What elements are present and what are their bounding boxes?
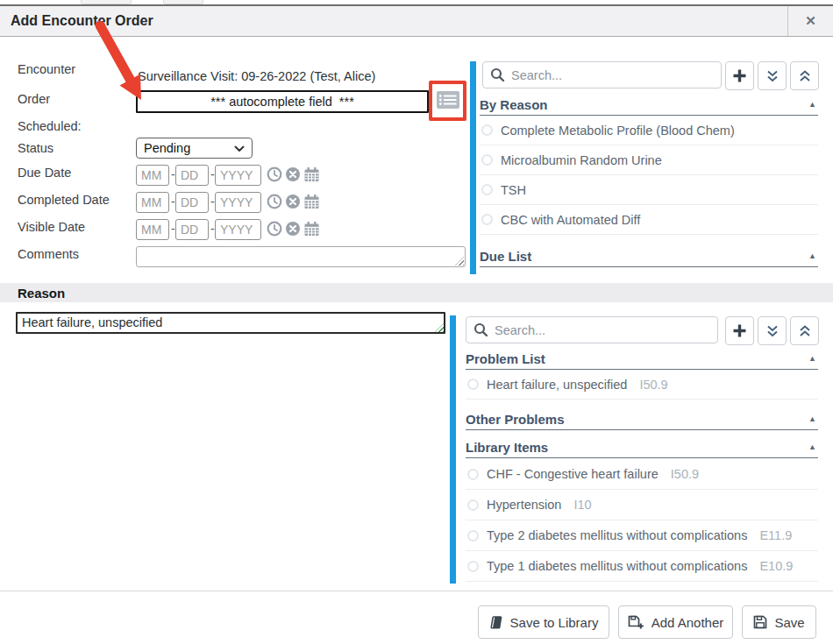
double-chevron-down-icon xyxy=(765,324,780,338)
expand-all-button[interactable] xyxy=(758,61,787,90)
scheduled-label: Scheduled: xyxy=(18,119,82,133)
radio-icon xyxy=(467,561,479,572)
completed-date-label: Completed Date xyxy=(18,193,110,207)
date-dash: - xyxy=(210,167,215,181)
collapse-triangle-icon: ▲ xyxy=(808,442,818,451)
date-dash: - xyxy=(210,222,215,236)
order-option[interactable]: Microalbumin Random Urine xyxy=(480,145,818,175)
section-title: Problem List xyxy=(466,351,545,366)
list-icon xyxy=(436,89,460,110)
double-chevron-up-icon xyxy=(798,324,812,338)
date-yyyy-input[interactable] xyxy=(215,219,261,240)
order-option[interactable]: TSH xyxy=(480,175,818,205)
reason-option[interactable]: Hypertension I10 xyxy=(466,490,818,520)
collapse-triangle-icon: ▲ xyxy=(808,251,818,260)
section-title: Other Problems xyxy=(466,412,565,427)
save-to-library-button[interactable]: Save to Library xyxy=(478,605,609,639)
double-chevron-down-icon xyxy=(765,69,780,83)
reason-option-label: Type 2 diabetes mellitus without complic… xyxy=(487,528,747,542)
radio-icon xyxy=(467,379,479,390)
library-items-list: CHF - Congestive heart failure I50.9 Hyp… xyxy=(466,459,818,582)
calendar-icon xyxy=(303,194,320,209)
date-mm-input[interactable] xyxy=(136,192,169,213)
reason-input[interactable]: Heart failure, unspecified xyxy=(16,312,445,334)
radio-icon xyxy=(467,469,479,480)
set-now-button[interactable] xyxy=(266,166,283,184)
comments-field-wrap xyxy=(136,246,466,267)
radio-icon xyxy=(467,499,479,511)
comments-label: Comments xyxy=(18,247,79,261)
expand-all-button[interactable] xyxy=(758,316,787,345)
due-list-header[interactable]: Due List ▲ xyxy=(480,245,818,267)
calendar-picker-button[interactable] xyxy=(303,166,320,184)
by-reason-header[interactable]: By Reason ▲ xyxy=(480,94,818,116)
clock-icon xyxy=(267,194,282,209)
reason-option[interactable]: Heart failure, unspecified I50.9 xyxy=(466,370,818,400)
save-button[interactable]: Save xyxy=(742,605,816,639)
reason-search-input[interactable] xyxy=(495,323,710,337)
set-now-button[interactable] xyxy=(266,194,283,211)
clock-icon xyxy=(267,221,282,237)
clear-date-button[interactable] xyxy=(284,166,302,184)
reason-search-box xyxy=(466,316,718,343)
set-now-button[interactable] xyxy=(266,221,283,238)
reason-option[interactable]: CHF - Congestive heart failure I50.9 xyxy=(466,459,818,490)
add-order-button[interactable] xyxy=(725,61,754,90)
date-yyyy-input[interactable] xyxy=(215,192,261,213)
date-dash: - xyxy=(210,195,215,209)
clear-date-button[interactable] xyxy=(284,194,302,211)
by-reason-list: Complete Metabolic Profile (Blood Chem) … xyxy=(480,116,818,235)
collapse-all-button[interactable] xyxy=(790,61,819,90)
status-select[interactable]: Pending xyxy=(136,138,253,159)
add-another-button[interactable]: Add Another xyxy=(618,605,733,639)
order-option-label: TSH xyxy=(501,183,526,197)
close-button[interactable]: ✕ xyxy=(787,6,833,36)
calendar-picker-button[interactable] xyxy=(303,221,320,238)
reason-option[interactable]: Type 2 diabetes mellitus without complic… xyxy=(466,520,818,551)
calendar-icon xyxy=(303,166,320,182)
radio-icon xyxy=(481,154,493,166)
search-icon xyxy=(490,67,505,82)
clear-date-button[interactable] xyxy=(284,221,302,238)
section-title: By Reason xyxy=(480,97,548,112)
reason-option[interactable]: Type 1 diabetes mellitus without complic… xyxy=(466,551,818,582)
calendar-picker-button[interactable] xyxy=(303,194,320,211)
order-autocomplete-input[interactable] xyxy=(136,90,429,113)
library-items-header[interactable]: Library Items ▲ xyxy=(466,436,818,458)
date-dash: - xyxy=(171,195,175,209)
add-reason-button[interactable] xyxy=(725,316,754,345)
order-option-label: CBC with Automated Diff xyxy=(501,213,640,227)
radio-icon xyxy=(481,214,493,225)
date-dd-input[interactable] xyxy=(175,192,209,213)
problem-list-header[interactable]: Problem List ▲ xyxy=(466,348,818,370)
status-value: Pending xyxy=(144,141,190,155)
floppy-icon xyxy=(753,615,767,629)
order-option[interactable]: CBC with Automated Diff xyxy=(480,205,818,235)
circle-x-icon xyxy=(285,166,301,182)
circle-x-icon xyxy=(285,194,301,209)
order-option-label: Microalbumin Random Urine xyxy=(501,153,662,167)
date-dd-input[interactable] xyxy=(175,219,209,240)
comments-input[interactable] xyxy=(136,246,466,267)
order-option[interactable]: Complete Metabolic Profile (Blood Chem) xyxy=(480,116,818,145)
panel-accent-bar xyxy=(450,315,456,584)
section-title: Due List xyxy=(480,249,531,264)
collapse-all-button[interactable] xyxy=(790,316,819,345)
date-dd-input[interactable] xyxy=(175,165,209,186)
clock-icon xyxy=(267,166,282,182)
order-search-box xyxy=(482,61,722,88)
date-mm-input[interactable] xyxy=(136,219,169,240)
icd-code: I10 xyxy=(573,498,591,512)
radio-icon xyxy=(481,184,493,195)
calendar-icon xyxy=(303,221,320,237)
dialog-title: Add Encounter Order xyxy=(11,13,153,29)
other-problems-header[interactable]: Other Problems ▲ xyxy=(466,408,818,430)
reason-field-wrap: Heart failure, unspecified xyxy=(16,312,445,334)
panel-accent-bar xyxy=(470,61,476,274)
date-yyyy-input[interactable] xyxy=(215,165,261,186)
order-picker-button[interactable] xyxy=(434,87,462,115)
date-mm-input[interactable] xyxy=(136,165,169,186)
icd-code: E11.9 xyxy=(759,528,792,542)
order-search-input[interactable] xyxy=(511,68,714,82)
icd-code: I50.9 xyxy=(671,467,699,481)
